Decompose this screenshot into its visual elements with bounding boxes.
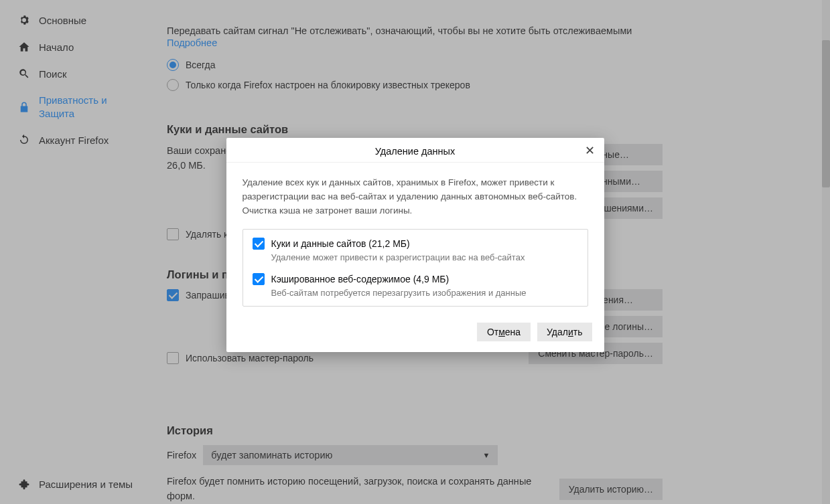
dialog-option-cookies-sub: Удаление может привести к разрегистрации… <box>271 252 578 262</box>
dialog-option-cookies[interactable]: Куки и данные сайтов (21,2 МБ) <box>253 238 578 250</box>
dialog-description: Удаление всех кук и данных сайтов, храни… <box>243 176 588 218</box>
dialog-close-button[interactable]: ✕ <box>585 145 595 157</box>
checkbox-icon <box>253 238 265 250</box>
dialog-option-cache[interactable]: Кэшированное веб-содержимое (4,9 МБ) <box>253 273 578 285</box>
dialog-cancel-button[interactable]: Отмена <box>477 323 531 341</box>
clear-data-dialog: Удаление данных ✕ Удаление всех кук и да… <box>226 138 604 352</box>
dialog-option-cookies-title: Куки и данные сайтов (21,2 МБ) <box>271 238 410 249</box>
dialog-delete-button[interactable]: Удалить <box>537 323 592 341</box>
dialog-option-cache-sub: Веб-сайтам потребуется перезагрузить изо… <box>271 288 578 298</box>
checkbox-icon <box>253 273 265 285</box>
dialog-title: Удаление данных <box>375 146 456 157</box>
dialog-option-cache-title: Кэшированное веб-содержимое (4,9 МБ) <box>271 274 449 284</box>
modal-overlay: Удаление данных ✕ Удаление всех кук и да… <box>0 0 830 504</box>
